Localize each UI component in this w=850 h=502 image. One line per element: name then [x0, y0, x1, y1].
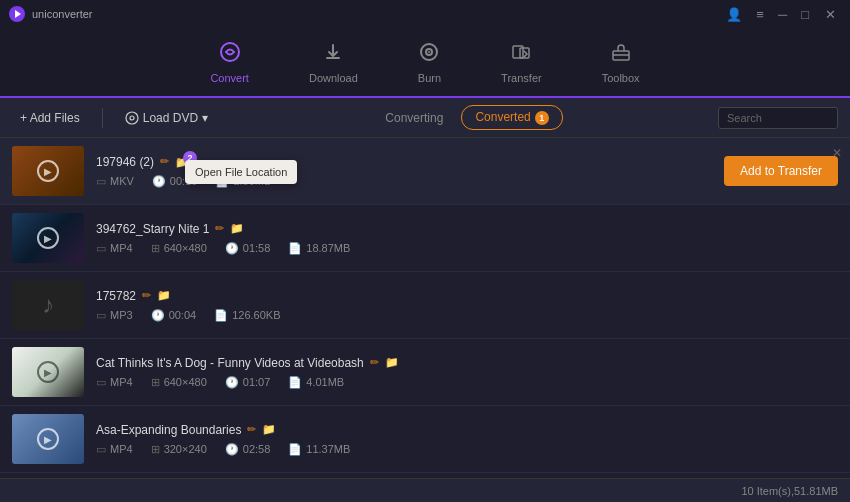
- size-item: 📄 18.87MB: [288, 242, 350, 255]
- folder-icon[interactable]: 📁: [262, 423, 276, 436]
- file-size-icon: 📄: [214, 309, 228, 322]
- format-icon: ▭: [96, 376, 106, 389]
- size-value: 11.37MB: [306, 443, 350, 455]
- edit-icon[interactable]: ✏: [247, 423, 256, 436]
- titlebar-left: uniconverter: [8, 5, 93, 23]
- nav-item-transfer[interactable]: Transfer: [491, 35, 552, 90]
- nav-item-toolbox[interactable]: Toolbox: [592, 35, 650, 90]
- clock-icon: 🕐: [225, 443, 239, 456]
- music-icon: ♪: [42, 291, 54, 319]
- load-dvd-button[interactable]: Load DVD ▾: [117, 107, 216, 129]
- format-item: ▭ MP4: [96, 376, 133, 389]
- toolbar-divider: [102, 108, 103, 128]
- format-item: ▭ MP4: [96, 443, 133, 456]
- format-item: ▭ MKV: [96, 175, 134, 188]
- converted-badge: 1: [535, 111, 549, 125]
- file-name: Asa-Expanding Boundaries: [96, 423, 241, 437]
- table-row: ▶ 197946 (2) ✏ 📁 2 Open File Location ▭ …: [0, 138, 850, 205]
- format-value: MP3: [110, 309, 133, 321]
- play-button[interactable]: ▶: [37, 361, 59, 383]
- format-item: ▭ MP4: [96, 242, 133, 255]
- play-button[interactable]: ▶: [37, 428, 59, 450]
- load-dvd-label: Load DVD: [143, 111, 198, 125]
- duration-value: 01:58: [243, 242, 271, 254]
- maximize-button[interactable]: □: [797, 5, 813, 24]
- resolution-icon: ⊞: [151, 443, 160, 456]
- thumbnail[interactable]: ♪: [12, 280, 84, 330]
- nav-label-transfer: Transfer: [501, 72, 542, 84]
- resolution-item: ⊞ 320×240: [151, 443, 207, 456]
- nav-label-convert: Convert: [210, 72, 249, 84]
- edit-icon[interactable]: ✏: [160, 155, 169, 168]
- nav-item-download[interactable]: Download: [299, 35, 368, 90]
- file-meta: ▭ MP4 ⊞ 320×240 🕐 02:58 📄 11.37MB: [96, 443, 838, 456]
- thumbnail[interactable]: ▶: [12, 347, 84, 397]
- nav-label-download: Download: [309, 72, 358, 84]
- size-item: 📄 11.37MB: [288, 443, 350, 456]
- thumbnail[interactable]: ▶: [12, 414, 84, 464]
- dvd-icon: [125, 111, 139, 125]
- navbar: Convert Download Burn Transfer Toolbox: [0, 28, 850, 98]
- svg-point-2: [221, 43, 239, 61]
- resolution-icon: ⊞: [151, 242, 160, 255]
- file-name: 197946 (2): [96, 155, 154, 169]
- size-value: 126.60KB: [232, 309, 280, 321]
- file-meta: ▭ MP4 ⊞ 640×480 🕐 01:07 📄 4.01MB: [96, 376, 838, 389]
- format-value: MP4: [110, 443, 133, 455]
- edit-icon[interactable]: ✏: [215, 222, 224, 235]
- table-row: ▶ Cat Thinks It's A Dog - Funny Videos a…: [0, 473, 850, 478]
- search-input[interactable]: [718, 107, 838, 129]
- add-to-transfer-button[interactable]: Add to Transfer: [724, 156, 838, 186]
- file-name-row: 197946 (2) ✏ 📁 2 Open File Location: [96, 155, 714, 169]
- duration-item: 🕐 02:58: [225, 443, 271, 456]
- file-name-row: Cat Thinks It's A Dog - Funny Videos at …: [96, 356, 838, 370]
- file-info: Cat Thinks It's A Dog - Funny Videos at …: [96, 356, 838, 389]
- app-title: uniconverter: [32, 8, 93, 20]
- duration-value: 02:58: [243, 443, 271, 455]
- size-value: 18.87MB: [306, 242, 350, 254]
- folder-icon[interactable]: 📁: [230, 222, 244, 235]
- clock-icon: 🕐: [152, 175, 166, 188]
- file-info: 175782 ✏ 📁 ▭ MP3 🕐 00:04 📄 126.60KB: [96, 289, 838, 322]
- nav-label-burn: Burn: [418, 72, 441, 84]
- close-button[interactable]: ✕: [819, 5, 842, 24]
- play-button[interactable]: ▶: [37, 227, 59, 249]
- nav-item-convert[interactable]: Convert: [200, 35, 259, 90]
- resolution-value: 640×480: [164, 376, 207, 388]
- load-dvd-dropdown-icon: ▾: [202, 111, 208, 125]
- titlebar: uniconverter 👤 ≡ ─ □ ✕: [0, 0, 850, 28]
- svg-point-11: [126, 112, 138, 124]
- download-icon: [322, 41, 344, 68]
- size-item: 📄 4.01MB: [288, 376, 344, 389]
- tab-converting[interactable]: Converting: [371, 106, 457, 130]
- thumbnail[interactable]: ▶: [12, 146, 84, 196]
- status-text: 10 Item(s),51.81MB: [741, 485, 838, 497]
- table-row: ♪ 175782 ✏ 📁 ▭ MP3 🕐 00:04 📄 126.60KB: [0, 272, 850, 339]
- tab-converted[interactable]: Converted1: [461, 105, 562, 130]
- file-name-row: 175782 ✏ 📁: [96, 289, 838, 303]
- size-value: 4.01MB: [306, 376, 344, 388]
- row-close-button[interactable]: ✕: [832, 146, 842, 160]
- format-value: MP4: [110, 376, 133, 388]
- nav-item-burn[interactable]: Burn: [408, 35, 451, 90]
- format-icon: ▭: [96, 242, 106, 255]
- resolution-value: 640×480: [164, 242, 207, 254]
- tab-group: Converting Converted1: [371, 105, 562, 130]
- minimize-button[interactable]: ─: [774, 5, 791, 24]
- edit-icon[interactable]: ✏: [142, 289, 151, 302]
- edit-icon[interactable]: ✏: [370, 356, 379, 369]
- thumbnail[interactable]: ▶: [12, 213, 84, 263]
- file-size-icon: 📄: [288, 443, 302, 456]
- play-button[interactable]: ▶: [37, 160, 59, 182]
- add-files-button[interactable]: + Add Files: [12, 107, 88, 129]
- svg-point-6: [428, 51, 430, 53]
- folder-icon[interactable]: 📁: [385, 356, 399, 369]
- file-meta: ▭ MP3 🕐 00:04 📄 126.60KB: [96, 309, 838, 322]
- user-icon[interactable]: 👤: [722, 5, 746, 24]
- table-row: ▶ Asa-Expanding Boundaries ✏ 📁 ▭ MP4 ⊞ 3…: [0, 406, 850, 473]
- file-name: 175782: [96, 289, 136, 303]
- nav-label-toolbox: Toolbox: [602, 72, 640, 84]
- folder-icon[interactable]: 📁: [157, 289, 171, 302]
- format-icon: ▭: [96, 175, 106, 188]
- menu-icon[interactable]: ≡: [752, 5, 768, 24]
